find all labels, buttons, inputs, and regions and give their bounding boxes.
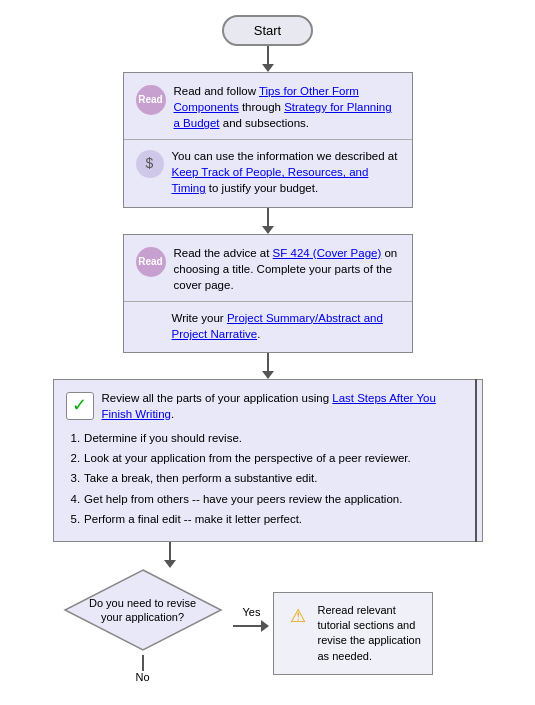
box-1-top: Read Read and follow Tips for Other Form…	[124, 73, 412, 140]
box-2-combined: Read Read the advice at SF 424 (Cover Pa…	[123, 234, 413, 353]
yes-label: Yes	[243, 606, 261, 618]
diamond-column: Do you need to revise your application? …	[53, 568, 233, 683]
list-item: 5.Perform a final edit -- make it letter…	[71, 511, 470, 527]
box-2-text: Read the advice at SF 424 (Cover Page) o…	[174, 245, 400, 293]
warning-icon: ⚠	[284, 603, 312, 631]
box-2-top: Read Read the advice at SF 424 (Cover Pa…	[124, 235, 412, 302]
bottom-section: Do you need to revise your application? …	[53, 568, 483, 683]
box-1-bottom: $ You can use the information we describ…	[124, 140, 412, 206]
box-1-combined: Read Read and follow Tips for Other Form…	[123, 72, 413, 208]
review-area: ✓ Review all the parts of your applicati…	[53, 379, 483, 542]
box-3: ✓ Review all the parts of your applicati…	[53, 379, 483, 542]
feedback-line-right	[469, 379, 483, 542]
yes-section: Yes	[233, 606, 269, 636]
arrow-3	[262, 353, 274, 379]
start-node: Start	[222, 15, 313, 46]
no-label: No	[135, 671, 149, 683]
start-label: Start	[254, 23, 281, 38]
list-item: 3.Take a break, then perform a substanti…	[71, 470, 470, 486]
warning-box: ⚠ Reread relevant tutorial sections and …	[273, 592, 433, 676]
read-badge-1: Read	[136, 85, 166, 115]
diamond-container: Do you need to revise your application?	[63, 568, 223, 653]
yes-arrow	[233, 620, 269, 632]
box-2-bottom: Write your Project Summary/Abstract and …	[124, 302, 412, 352]
check-icon: ✓	[66, 392, 94, 420]
diamond-label: Do you need to revise your application?	[88, 596, 198, 625]
review-list: 1.Determine if you should revise. 2.Look…	[66, 430, 470, 526]
read-badge-2: Read	[136, 247, 166, 277]
arrow-4	[164, 542, 176, 568]
arrow-1	[262, 46, 274, 72]
list-item: 2.Look at your application from the pers…	[71, 450, 470, 466]
list-item: 1.Determine if you should revise.	[71, 430, 470, 446]
box-1-text: Read and follow Tips for Other Form Comp…	[174, 83, 400, 131]
box-1b-text: You can use the information we described…	[172, 148, 400, 196]
sf424-link[interactable]: SF 424 (Cover Page)	[273, 247, 382, 259]
flowchart: Start Read Read and follow Tips for Othe…	[0, 0, 535, 703]
list-item: 4.Get help from others -- have your peer…	[71, 491, 470, 507]
no-area: No	[135, 655, 149, 683]
review-header: ✓ Review all the parts of your applicati…	[66, 390, 470, 422]
no-arrow-line	[142, 655, 144, 671]
dollar-icon: $	[136, 150, 164, 178]
arrow-2	[262, 208, 274, 234]
warning-text: Reread relevant tutorial sections and re…	[318, 603, 422, 665]
box-2b-text: Write your Project Summary/Abstract and …	[172, 310, 400, 342]
yes-label-area: Yes	[233, 606, 269, 632]
box-3-text: Review all the parts of your application…	[102, 390, 470, 422]
